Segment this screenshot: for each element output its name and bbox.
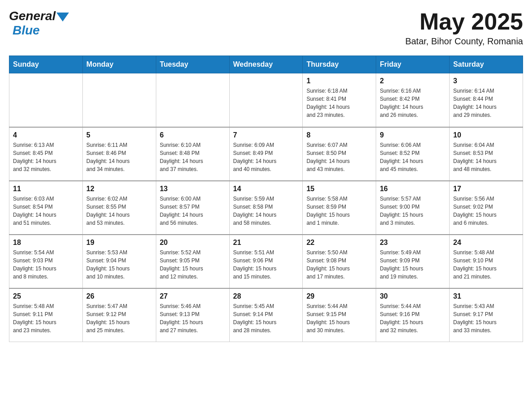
day-number: 29 [306,292,372,300]
day-info: Sunrise: 5:44 AM Sunset: 9:15 PM Dayligh… [306,302,372,334]
col-friday: Friday [376,56,450,73]
calendar-week-row: 25Sunrise: 5:48 AM Sunset: 9:11 PM Dayli… [9,288,523,342]
table-row: 15Sunrise: 5:58 AM Sunset: 8:59 PM Dayli… [303,181,376,235]
day-number: 15 [306,185,372,193]
day-info: Sunrise: 6:14 AM Sunset: 8:44 PM Dayligh… [453,87,519,119]
day-number: 16 [380,185,446,193]
day-info: Sunrise: 5:43 AM Sunset: 9:17 PM Dayligh… [453,302,519,334]
day-info: Sunrise: 5:54 AM Sunset: 9:03 PM Dayligh… [13,248,79,281]
calendar-week-row: 11Sunrise: 6:03 AM Sunset: 8:54 PM Dayli… [9,181,523,235]
day-number: 12 [86,185,152,193]
table-row: 28Sunrise: 5:45 AM Sunset: 9:14 PM Dayli… [229,288,303,342]
calendar-table: Sunday Monday Tuesday Wednesday Thursday… [9,56,523,342]
table-row: 4Sunrise: 6:13 AM Sunset: 8:45 PM Daylig… [9,127,83,181]
calendar-week-row: 4Sunrise: 6:13 AM Sunset: 8:45 PM Daylig… [9,127,523,181]
day-number: 5 [86,131,152,139]
table-row: 2Sunrise: 6:16 AM Sunset: 8:42 PM Daylig… [376,73,450,127]
day-info: Sunrise: 6:09 AM Sunset: 8:49 PM Dayligh… [233,141,299,173]
table-row [9,73,83,127]
table-row: 30Sunrise: 5:44 AM Sunset: 9:16 PM Dayli… [376,288,450,342]
day-number: 3 [453,77,519,85]
title-section: May 2025 Batar, Bihor County, Romania [405,9,523,47]
day-number: 22 [306,239,372,247]
col-tuesday: Tuesday [156,56,229,73]
day-number: 4 [13,131,79,139]
col-wednesday: Wednesday [229,56,303,73]
table-row: 23Sunrise: 5:49 AM Sunset: 9:09 PM Dayli… [376,235,450,288]
table-row: 10Sunrise: 6:04 AM Sunset: 8:53 PM Dayli… [450,127,523,181]
table-row: 5Sunrise: 6:11 AM Sunset: 8:46 PM Daylig… [82,127,156,181]
col-thursday: Thursday [303,56,376,73]
day-number: 19 [86,239,152,247]
day-number: 1 [306,77,372,85]
day-info: Sunrise: 6:10 AM Sunset: 8:48 PM Dayligh… [160,141,226,173]
table-row: 16Sunrise: 5:57 AM Sunset: 9:00 PM Dayli… [376,181,450,235]
table-row: 22Sunrise: 5:50 AM Sunset: 9:08 PM Dayli… [303,235,376,288]
day-info: Sunrise: 6:03 AM Sunset: 8:54 PM Dayligh… [13,195,79,227]
day-number: 18 [13,239,79,247]
day-number: 9 [380,131,446,139]
day-info: Sunrise: 5:44 AM Sunset: 9:16 PM Dayligh… [380,302,446,334]
day-number: 2 [380,77,446,85]
table-row: 18Sunrise: 5:54 AM Sunset: 9:03 PM Dayli… [9,235,83,288]
day-info: Sunrise: 6:07 AM Sunset: 8:50 PM Dayligh… [306,141,372,173]
day-number: 21 [233,239,299,247]
table-row: 3Sunrise: 6:14 AM Sunset: 8:44 PM Daylig… [450,73,523,127]
table-row: 1Sunrise: 6:18 AM Sunset: 8:41 PM Daylig… [303,73,376,127]
day-info: Sunrise: 6:04 AM Sunset: 8:53 PM Dayligh… [453,141,519,173]
day-info: Sunrise: 5:53 AM Sunset: 9:04 PM Dayligh… [86,248,152,281]
day-number: 31 [453,292,519,300]
day-info: Sunrise: 6:00 AM Sunset: 8:57 PM Dayligh… [160,195,226,227]
day-number: 10 [453,131,519,139]
table-row: 27Sunrise: 5:46 AM Sunset: 9:13 PM Dayli… [156,288,229,342]
month-title: May 2025 [405,9,523,34]
logo-triangle-icon [56,13,69,21]
day-number: 24 [453,239,519,247]
day-number: 13 [160,185,226,193]
day-number: 17 [453,185,519,193]
day-info: Sunrise: 5:59 AM Sunset: 8:58 PM Dayligh… [233,195,299,227]
day-info: Sunrise: 6:11 AM Sunset: 8:46 PM Dayligh… [86,141,152,173]
logo-blue-text: Blue [13,23,40,38]
day-info: Sunrise: 5:58 AM Sunset: 8:59 PM Dayligh… [306,195,372,227]
logo: General Blue [9,9,69,38]
day-info: Sunrise: 6:13 AM Sunset: 8:45 PM Dayligh… [13,141,79,173]
day-number: 11 [13,185,79,193]
table-row [156,73,229,127]
table-row: 12Sunrise: 6:02 AM Sunset: 8:55 PM Dayli… [82,181,156,235]
table-row: 6Sunrise: 6:10 AM Sunset: 8:48 PM Daylig… [156,127,229,181]
col-monday: Monday [82,56,156,73]
table-row: 21Sunrise: 5:51 AM Sunset: 9:06 PM Dayli… [229,235,303,288]
day-number: 6 [160,131,226,139]
day-info: Sunrise: 5:45 AM Sunset: 9:14 PM Dayligh… [233,302,299,334]
day-info: Sunrise: 5:49 AM Sunset: 9:09 PM Dayligh… [380,248,446,281]
day-info: Sunrise: 5:50 AM Sunset: 9:08 PM Dayligh… [306,248,372,281]
table-row: 25Sunrise: 5:48 AM Sunset: 9:11 PM Dayli… [9,288,83,342]
day-info: Sunrise: 5:47 AM Sunset: 9:12 PM Dayligh… [86,302,152,334]
day-info: Sunrise: 6:18 AM Sunset: 8:41 PM Dayligh… [306,87,372,119]
calendar-week-row: 1Sunrise: 6:18 AM Sunset: 8:41 PM Daylig… [9,73,523,127]
table-row: 11Sunrise: 6:03 AM Sunset: 8:54 PM Dayli… [9,181,83,235]
col-sunday: Sunday [9,56,83,73]
table-row: 24Sunrise: 5:48 AM Sunset: 9:10 PM Dayli… [450,235,523,288]
day-number: 8 [306,131,372,139]
calendar-week-row: 18Sunrise: 5:54 AM Sunset: 9:03 PM Dayli… [9,235,523,288]
day-info: Sunrise: 5:56 AM Sunset: 9:02 PM Dayligh… [453,195,519,227]
day-number: 23 [380,239,446,247]
table-row: 14Sunrise: 5:59 AM Sunset: 8:58 PM Dayli… [229,181,303,235]
day-info: Sunrise: 6:06 AM Sunset: 8:52 PM Dayligh… [380,141,446,173]
table-row: 31Sunrise: 5:43 AM Sunset: 9:17 PM Dayli… [450,288,523,342]
day-number: 7 [233,131,299,139]
table-row [82,73,156,127]
table-row: 8Sunrise: 6:07 AM Sunset: 8:50 PM Daylig… [303,127,376,181]
day-info: Sunrise: 5:51 AM Sunset: 9:06 PM Dayligh… [233,248,299,281]
table-row: 20Sunrise: 5:52 AM Sunset: 9:05 PM Dayli… [156,235,229,288]
table-row [229,73,303,127]
day-info: Sunrise: 5:46 AM Sunset: 9:13 PM Dayligh… [160,302,226,334]
day-number: 26 [86,292,152,300]
table-row: 19Sunrise: 5:53 AM Sunset: 9:04 PM Dayli… [82,235,156,288]
location-text: Batar, Bihor County, Romania [405,36,523,47]
table-row: 9Sunrise: 6:06 AM Sunset: 8:52 PM Daylig… [376,127,450,181]
table-row: 7Sunrise: 6:09 AM Sunset: 8:49 PM Daylig… [229,127,303,181]
logo-general-text: General [9,9,56,23]
